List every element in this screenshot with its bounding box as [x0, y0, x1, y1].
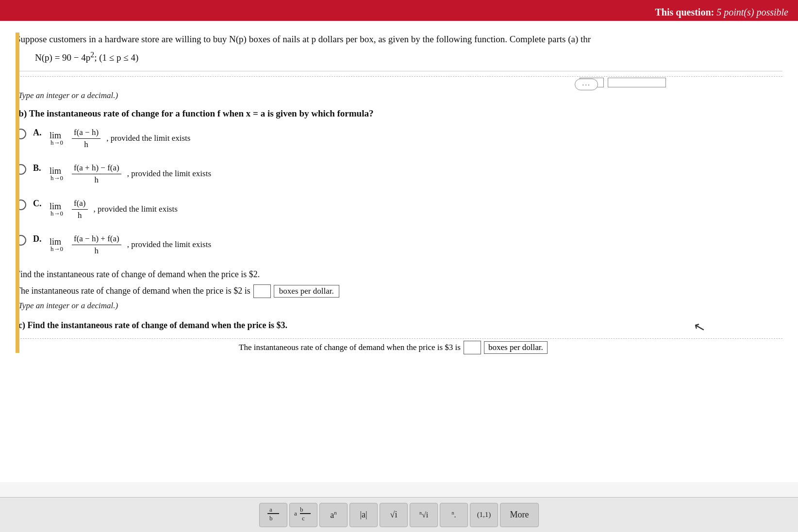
- part-b-question: (b) The instantaneous rate of change for…: [16, 108, 782, 119]
- option-d-letter: D.: [33, 234, 45, 244]
- more-label: More: [510, 510, 529, 520]
- option-b-content: lim h→0 f(a + h) − f(a) h , provided the…: [50, 163, 211, 185]
- cutoff-row: ···: [16, 76, 782, 88]
- option-c-text: , provided the limit exists: [94, 204, 178, 214]
- problem-statement: Suppose customers in a hardware store ar…: [16, 33, 782, 47]
- svg-text:a: a: [269, 506, 272, 513]
- fraction-c: f(a) h: [72, 199, 88, 220]
- absolute-icon: |a|: [360, 510, 367, 520]
- option-d-content: lim h→0 f(a − h) + f(a) h , provided the…: [50, 234, 211, 256]
- question-info: This question: 5 point(s) possible: [655, 7, 789, 18]
- toolbar-sqrt-btn[interactable]: √i: [380, 503, 408, 527]
- main-content: Suppose customers in a hardware store ar…: [0, 21, 798, 482]
- part-c-answer-prefix: The instantaneous rate of change of dema…: [239, 343, 461, 352]
- fraction-icon: a b: [266, 505, 281, 525]
- option-a-content: lim h→0 f(a − h) h , provided the limit …: [50, 128, 190, 150]
- toolbar-nthroot-btn[interactable]: n√i: [410, 503, 438, 527]
- answer-input-box[interactable]: [253, 284, 271, 298]
- part-c-answer-area: The instantaneous rate of change of dema…: [239, 341, 548, 354]
- answer-suffix-box: boxes per dollar.: [274, 285, 339, 298]
- option-c-content: lim h→0 f(a) h , provided the limit exis…: [50, 199, 178, 220]
- type-note-a: (Type an integer or a decimal.): [16, 91, 782, 100]
- option-a-text: , provided the limit exists: [106, 133, 190, 143]
- toolbar-mixed-btn[interactable]: a b c: [289, 503, 317, 527]
- function-display: N(p) = 90 − 4p2; (1 ≤ p ≤ 4): [35, 50, 782, 63]
- svg-text:a: a: [294, 510, 297, 517]
- lim-c: lim h→0: [50, 201, 63, 217]
- option-d-text: , provided the limit exists: [127, 240, 211, 249]
- option-d: D. lim h→0 f(a − h) + f(a) h , provided …: [16, 234, 782, 256]
- demand-question: Find the instantaneous rate of change of…: [16, 269, 782, 280]
- question-label: This question:: [655, 7, 715, 17]
- option-c: C. lim h→0 f(a) h , provided the limit e…: [16, 199, 782, 220]
- toolbar-interval-btn[interactable]: (1,1): [470, 503, 498, 527]
- demand-section: Find the instantaneous rate of change of…: [16, 269, 782, 311]
- points-value: 5 point(s) possible: [716, 7, 788, 17]
- option-a-letter: A.: [33, 128, 45, 138]
- options-list: A. lim h→0 f(a − h) h , provided the lim…: [16, 128, 782, 256]
- nthroot-icon: n√i: [419, 510, 428, 519]
- toolbar-fraction-btn[interactable]: a b: [259, 503, 287, 527]
- part-c-text: Find the instantaneous rate of change of…: [27, 320, 287, 330]
- fraction-svg: a b: [266, 505, 281, 522]
- content-wrapper: Suppose customers in a hardware store ar…: [16, 33, 782, 353]
- fraction-d: f(a − h) + f(a) h: [72, 234, 121, 256]
- toolbar-more-btn[interactable]: More: [500, 503, 539, 527]
- svg-text:b: b: [269, 515, 273, 522]
- fraction-b: f(a + h) − f(a) h: [72, 163, 121, 185]
- mixed-icon: a b c: [293, 505, 314, 525]
- divider: [16, 71, 782, 71]
- top-bar: [0, 0, 798, 4]
- option-a: A. lim h→0 f(a − h) h , provided the lim…: [16, 128, 782, 150]
- superscript-icon: an: [330, 510, 337, 520]
- option-b-letter: B.: [33, 163, 45, 173]
- cutoff-box-2: [608, 78, 666, 87]
- header-area: This question: 5 point(s) possible: [0, 4, 798, 21]
- svg-text:c: c: [302, 515, 305, 522]
- fraction-a: f(a − h) h: [72, 128, 100, 150]
- part-c: (c) Find the instantaneous rate of chang…: [16, 320, 782, 331]
- demand-answer-line: The instantaneous rate of change of dema…: [16, 284, 782, 298]
- interval-icon: (1,1): [477, 511, 491, 519]
- part-b-text: The instantaneous rate of change for a f…: [29, 108, 374, 118]
- part-c-input-box[interactable]: [464, 341, 481, 354]
- lim-b: lim h→0: [50, 166, 63, 182]
- answer-prefix: The instantaneous rate of change of dema…: [16, 286, 250, 296]
- mixed-svg: a b c: [293, 505, 314, 522]
- dots-area: ···: [575, 79, 598, 90]
- lim-d: lim h→0: [50, 237, 63, 253]
- lim-a: lim h→0: [50, 131, 63, 147]
- part-c-suffix: boxes per dollar.: [484, 341, 548, 354]
- toolbar-superscript-btn[interactable]: an: [319, 503, 348, 527]
- svg-text:b: b: [300, 506, 303, 513]
- dots-button[interactable]: ···: [575, 79, 598, 90]
- toolbar-decimal-btn[interactable]: n.: [440, 503, 468, 527]
- decimal-icon: n.: [452, 510, 456, 519]
- option-c-letter: C.: [33, 199, 45, 209]
- option-b: B. lim h→0 f(a + h) − f(a) h , provided …: [16, 163, 782, 185]
- type-note-demand: (Type an integer or a decimal.): [16, 301, 782, 311]
- sqrt-icon: √i: [390, 510, 398, 520]
- part-c-answer-row: The instantaneous rate of change of dema…: [16, 338, 782, 353]
- option-b-text: , provided the limit exists: [127, 169, 211, 179]
- toolbar-absolute-btn[interactable]: |a|: [349, 503, 378, 527]
- bottom-toolbar: a b a b c an |a| √i n√i n. (1,1): [0, 497, 798, 532]
